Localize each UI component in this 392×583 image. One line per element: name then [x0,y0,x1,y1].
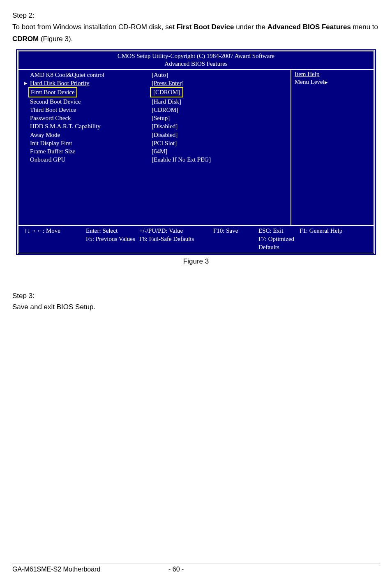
setting-value: [Disabled] [152,122,287,130]
bios-footer: ↑↓→←: Move Enter: Select F5: Previous Va… [18,225,374,253]
step3-text: Save and exit BIOS Setup. [12,301,380,312]
intro-bold3: CDROM [12,35,41,43]
setting-onboard-gpu[interactable]: Onboard GPU [Enable If No Ext PEG] [24,155,287,164]
setting-init-display-first[interactable]: Init Display First [PCI Slot] [24,139,287,147]
bios-title-line1: CMOS Setup Utility-Copyright (C) 1984-20… [18,52,374,60]
setting-label: HDD S.M.A.R.T. Capability [30,122,101,130]
setting-value: [Press Enter] [152,79,287,87]
setting-label: Init Display First [30,139,72,147]
setting-label: Password Check [30,114,71,122]
bios-help-panel: Item Help Menu Level▸ [291,70,374,225]
setting-hard-disk-boot-priority[interactable]: ▸Hard Disk Boot Priority [Press Enter] [24,79,287,87]
help-title: Item Help [295,71,370,78]
setting-value: [Enable If No Ext PEG] [152,155,287,164]
figure-caption: Figure 3 [12,257,380,266]
bios-title-line2: Advanced BIOS Features [18,60,374,68]
setting-third-boot-device[interactable]: Third Boot Device [CDROM] [24,106,287,114]
footer-enter-select: Enter: Select [86,227,139,235]
setting-first-boot-device[interactable]: First Boot Device [CDROM] [24,87,287,97]
setting-value: [Auto] [152,71,287,79]
footer-move: ↑↓→←: Move [24,227,86,235]
bios-settings-panel: AMD K8 Cool&Quiet control [Auto] ▸Hard D… [18,70,291,225]
footer-f1-help: F1: General Help [300,227,368,235]
setting-value: [CDROM] [152,106,287,114]
intro-mid: under the [234,23,267,31]
setting-label: Hard Disk Boot Priority [30,79,90,87]
setting-password-check[interactable]: Password Check [Setup] [24,114,287,122]
setting-label: Away Mode [30,131,60,139]
setting-value: [64M] [152,147,287,155]
footer-fail-safe: F6: Fail-Safe Defaults [139,235,213,243]
setting-value: [Disabled] [152,131,287,139]
bios-header: CMOS Setup Utility-Copyright (C) 1984-20… [18,51,374,70]
setting-label: AMD K8 Cool&Quiet control [30,71,104,79]
setting-value: [Setup] [152,114,287,122]
setting-away-mode[interactable]: Away Mode [Disabled] [24,131,287,139]
footer-pupd-value: +/-/PU/PD: Value [139,227,213,235]
setting-second-boot-device[interactable]: Second Boot Device [Hard Disk] [24,97,287,106]
footer-optimized: F7: Optimized Defaults [258,235,300,252]
chevron-right-icon: ▸ [325,79,328,86]
intro-suffix-prefix: menu to [351,23,378,31]
setting-value: [Hard Disk] [152,97,287,106]
setting-value: [CDROM] [150,87,183,97]
pointer-icon: ▸ [24,79,30,87]
setting-label: Third Boot Device [30,106,76,114]
setting-label: Second Boot Device [30,97,81,106]
setting-hdd-smart[interactable]: HDD S.M.A.R.T. Capability [Disabled] [24,122,287,130]
footer-previous: F5: Previous Values [86,235,139,243]
intro-bold2: Advanced BIOS Features [267,23,351,31]
intro-prefix: To boot from Windows installation CD-ROM… [12,23,177,31]
step2-heading: Step 2: [12,12,380,20]
menu-level-label: Menu Level [295,79,325,86]
setting-label: Onboard GPU [30,155,65,164]
bios-window: CMOS Setup Utility-Copyright (C) 1984-20… [16,49,376,255]
setting-value: [PCI Slot] [152,139,287,147]
setting-label: First Boot Device [28,87,77,97]
setting-label: Frame Buffer Size [30,147,76,155]
footer-f10-save: F10: Save [213,227,258,235]
intro-bold1: First Boot Device [177,23,234,31]
intro-text: To boot from Windows installation CD-ROM… [12,21,380,45]
setting-frame-buffer-size[interactable]: Frame Buffer Size [64M] [24,147,287,155]
intro-suffix-end: (Figure 3). [41,35,73,43]
step3-heading: Step 3: [12,290,380,301]
footer-esc-exit: ESC: Exit [258,227,300,235]
setting-amd-cool-quiet[interactable]: AMD K8 Cool&Quiet control [Auto] [24,71,287,79]
